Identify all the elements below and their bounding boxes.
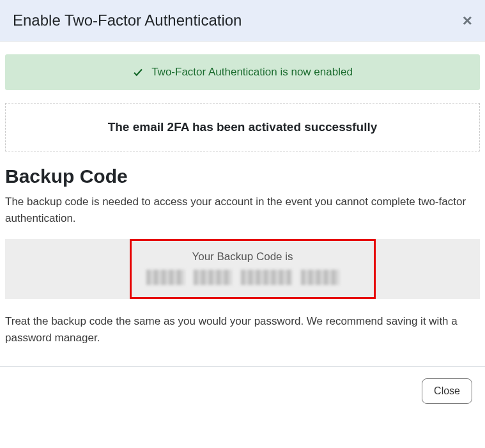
highlight-box — [130, 239, 376, 299]
backup-code-label: Your Backup Code is — [5, 251, 480, 263]
close-icon[interactable]: × — [463, 12, 472, 29]
activation-message: The email 2FA has been activated success… — [19, 120, 466, 134]
backup-warning: Treat the backup code the same as you wo… — [5, 313, 480, 346]
backup-code-heading: Backup Code — [5, 166, 480, 187]
backup-code-container: Your Backup Code is — [5, 239, 480, 299]
redacted-segment — [194, 270, 232, 285]
redacted-segment — [301, 270, 339, 285]
backup-code-value — [5, 270, 480, 285]
backup-description: The backup code is needed to access your… — [5, 194, 480, 226]
close-button[interactable]: Close — [422, 378, 472, 404]
check-icon — [132, 66, 144, 78]
redacted-segment — [241, 270, 292, 285]
modal-body: Two-Factor Authentication is now enabled… — [0, 54, 485, 346]
modal-title: Enable Two-Factor Authentication — [13, 12, 242, 29]
activation-box: The email 2FA has been activated success… — [5, 103, 480, 151]
redacted-segment — [146, 270, 185, 285]
success-message: Two-Factor Authentication is now enabled — [151, 66, 353, 79]
modal-header: Enable Two-Factor Authentication × — [0, 0, 485, 42]
modal-footer: Close — [0, 366, 485, 415]
success-alert: Two-Factor Authentication is now enabled — [5, 54, 480, 90]
